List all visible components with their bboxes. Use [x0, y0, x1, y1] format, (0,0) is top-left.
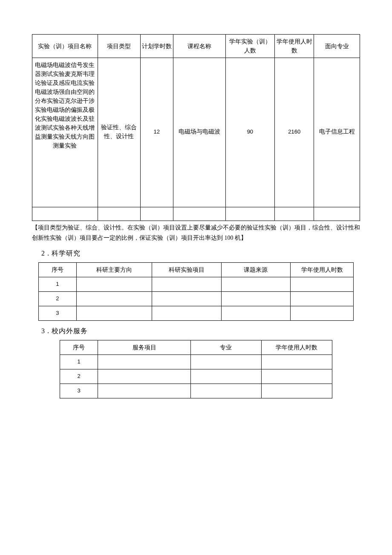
table-row: 3: [60, 384, 332, 398]
cell-people: 90: [225, 58, 274, 207]
empty-cell: [173, 207, 225, 221]
col-direction: 科研主要方向: [76, 262, 152, 277]
col-source: 课题来源: [221, 262, 291, 277]
empty-cell: [76, 277, 152, 291]
empty-cell: [291, 291, 354, 306]
col-hours: 学年使用人时数: [261, 340, 332, 355]
col-project: 科研实验项目: [152, 262, 222, 277]
empty-cell: [275, 207, 314, 221]
table-header-row: 序号 科研主要方向 科研实验项目 课题来源 学年使用人时数: [39, 262, 354, 277]
col-type: 项目类型: [98, 35, 140, 58]
empty-cell: [225, 207, 274, 221]
empty-cell: [221, 306, 291, 320]
cell-hours: 12: [140, 58, 173, 207]
table-row: 电磁场电磁波信号发生器测试实验麦克斯韦理论验证及感应电流实验电磁波场强自由空间的…: [32, 58, 360, 207]
cell-type: 验证性、综合性、设计性: [98, 58, 140, 207]
experiment-table: 实验（训）项目名称 项目类型 计划学时数 课程名称 学年实验（训）人数 学年使用…: [32, 34, 360, 221]
empty-cell: [190, 355, 261, 369]
table-empty-row: [32, 207, 360, 221]
table-row: 1: [60, 355, 332, 369]
cell-course: 电磁场与电磁波: [173, 58, 225, 207]
research-table: 序号 科研主要方向 科研实验项目 课题来源 学年使用人时数 1 2 3: [38, 262, 354, 321]
empty-cell: [291, 277, 354, 291]
col-seq: 序号: [60, 340, 98, 355]
empty-cell: [190, 384, 261, 398]
empty-cell: [98, 369, 190, 384]
cell-seq: 2: [60, 369, 98, 384]
cell-exp-name: 电磁场电磁波信号发生器测试实验麦克斯韦理论验证及感应电流实验电磁波场强自由空间的…: [32, 58, 98, 207]
table-header-row: 序号 服务项目 专业 学年使用人时数: [60, 340, 332, 355]
table-row: 2: [39, 291, 354, 306]
col-major: 面向专业: [314, 35, 360, 58]
col-hours: 学年使用人时数: [291, 262, 354, 277]
cell-major: 电子信息工程: [314, 58, 360, 207]
col-service: 服务项目: [98, 340, 190, 355]
empty-cell: [32, 207, 98, 221]
empty-cell: [221, 291, 291, 306]
note-text: 【项目类型为验证、综合、设计性。在实验（训）项目设置上要尽量减少不必要的验证性实…: [32, 223, 360, 243]
col-person-hours: 学年使用人时数: [275, 35, 314, 58]
empty-cell: [314, 207, 360, 221]
empty-cell: [261, 384, 332, 398]
col-seq: 序号: [39, 262, 77, 277]
empty-cell: [98, 355, 190, 369]
empty-cell: [98, 384, 190, 398]
col-people: 学年实验（训）人数: [225, 35, 274, 58]
col-exp-name: 实验（训）项目名称: [32, 35, 98, 58]
cell-seq: 1: [39, 277, 77, 291]
empty-cell: [261, 355, 332, 369]
empty-cell: [190, 369, 261, 384]
service-table: 序号 服务项目 专业 学年使用人时数 1 2 3: [60, 340, 332, 398]
cell-seq: 1: [60, 355, 98, 369]
cell-seq: 3: [39, 306, 77, 320]
col-course: 课程名称: [173, 35, 225, 58]
table-row: 3: [39, 306, 354, 320]
cell-seq: 2: [39, 291, 77, 306]
section-title-service: 3 . 校内外服务: [41, 327, 360, 336]
cell-person-hours: 2160: [275, 58, 314, 207]
table-row: 1: [39, 277, 354, 291]
empty-cell: [152, 306, 222, 320]
empty-cell: [261, 369, 332, 384]
empty-cell: [98, 207, 140, 221]
cell-seq: 3: [60, 384, 98, 398]
empty-cell: [76, 291, 152, 306]
col-hours: 计划学时数: [140, 35, 173, 58]
empty-cell: [140, 207, 173, 221]
empty-cell: [152, 291, 222, 306]
col-major: 专业: [190, 340, 261, 355]
table-row: 2: [60, 369, 332, 384]
empty-cell: [76, 306, 152, 320]
empty-cell: [152, 277, 222, 291]
table-header-row: 实验（训）项目名称 项目类型 计划学时数 课程名称 学年实验（训）人数 学年使用…: [32, 35, 360, 58]
empty-cell: [291, 306, 354, 320]
empty-cell: [221, 277, 291, 291]
section-title-research: 2 . 科学研究: [41, 249, 360, 258]
